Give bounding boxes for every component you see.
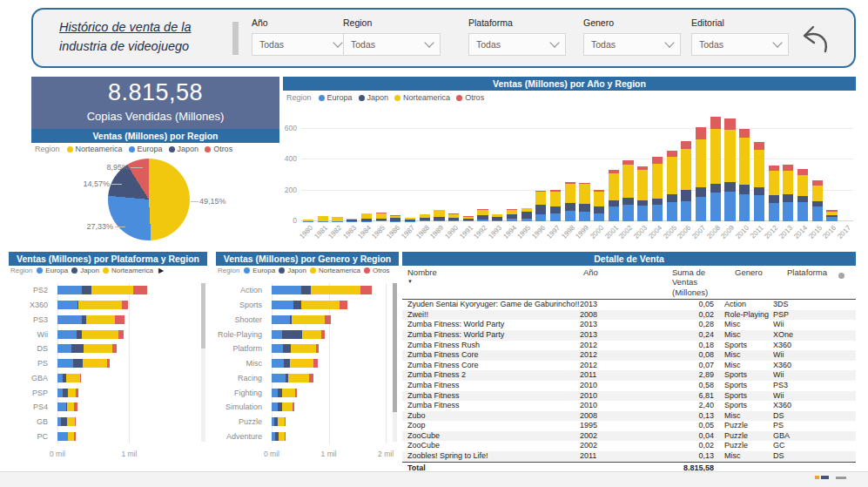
bar-segment-europa[interactable]	[57, 432, 68, 441]
bar-segment-norteamerica[interactable]	[301, 301, 340, 309]
table-row[interactable]: Zoobles! Spring to Life!20110,13MiscDS	[402, 451, 856, 462]
bar-segment-norteamerica[interactable]	[797, 175, 808, 195]
legend-item-japon[interactable]: Japon	[359, 93, 389, 102]
bar-segment-japon[interactable]	[594, 206, 604, 213]
bar-segment-japon[interactable]	[681, 190, 691, 201]
scrollbar-thumb[interactable]	[393, 283, 397, 412]
stacked-bar-1986[interactable]	[390, 113, 400, 221]
bar-segment-otros[interactable]	[75, 417, 76, 426]
table-row[interactable]: Zumba Fitness Core20120,07MiscX360	[402, 361, 856, 371]
stacked-bar-2015[interactable]	[812, 113, 823, 221]
bar-segment-europa[interactable]	[754, 195, 764, 221]
column-header-genero[interactable]: Genero	[735, 267, 787, 277]
bar-segment-japon[interactable]	[565, 203, 575, 211]
bar-segment-europa[interactable]	[507, 219, 517, 221]
bar-segment-japon[interactable]	[301, 286, 310, 294]
bar-segment-europa[interactable]	[521, 219, 532, 221]
stacked-bar-2008[interactable]	[710, 113, 721, 221]
bar-segment-otros[interactable]	[321, 330, 325, 339]
bar-segment-otros[interactable]	[783, 165, 793, 171]
stacked-bar-wii[interactable]	[57, 330, 196, 339]
legend-item-japon[interactable]: Japon	[279, 267, 306, 274]
stacked-bar-2002[interactable]	[622, 113, 633, 221]
bar-segment-otros[interactable]	[74, 432, 76, 441]
bar-segment-europa[interactable]	[272, 374, 286, 382]
bar-segment-europa[interactable]	[797, 202, 808, 221]
bar-segment-japon[interactable]	[622, 198, 633, 204]
bar-segment-europa[interactable]	[57, 315, 82, 324]
stacked-bar-ps[interactable]	[57, 359, 196, 368]
bar-segment-japon[interactable]	[282, 330, 302, 339]
bar-segment-otros[interactable]	[769, 166, 779, 172]
stacked-bar-ds[interactable]	[57, 344, 196, 353]
column-header-nombre[interactable]: Nombre▼	[407, 267, 583, 286]
plataforma-dropdown[interactable]: Todas	[468, 33, 566, 56]
bar-segment-japon[interactable]	[82, 286, 91, 294]
platform-chart-scrollbar[interactable]	[201, 283, 205, 442]
stacked-bar-1995[interactable]	[521, 113, 532, 221]
bar-segment-europa[interactable]	[783, 202, 793, 221]
bar-segment-otros[interactable]	[76, 389, 78, 397]
bar-segment-japon[interactable]	[61, 417, 67, 426]
bar-segment-europa[interactable]	[622, 205, 633, 221]
legend-item-europa[interactable]: Europa	[129, 145, 163, 153]
bar-segment-norteamerica[interactable]	[278, 417, 285, 426]
legend-item-otros[interactable]: Otros	[456, 93, 484, 102]
stacked-bar-racing[interactable]	[272, 374, 389, 382]
bar-segment-norteamerica[interactable]	[609, 173, 619, 200]
bar-segment-norteamerica[interactable]	[288, 374, 309, 382]
bar-segment-norteamerica[interactable]	[86, 315, 114, 324]
bar-segment-otros[interactable]	[797, 169, 808, 175]
bar-segment-europa[interactable]	[826, 217, 837, 221]
bar-segment-norteamerica[interactable]	[83, 359, 107, 368]
bar-segment-europa[interactable]	[57, 402, 66, 411]
stacked-bar-1993[interactable]	[492, 113, 502, 221]
bar-segment-europa[interactable]	[272, 286, 301, 294]
bar-segment-europa[interactable]	[57, 344, 71, 353]
bar-segment-europa[interactable]	[696, 197, 706, 221]
bar-segment-europa[interactable]	[710, 193, 721, 221]
bar-segment-japon[interactable]	[284, 359, 290, 368]
bar-segment-otros[interactable]	[696, 127, 706, 139]
bar-segment-europa[interactable]	[652, 205, 663, 221]
stacked-bar-ps2[interactable]	[57, 286, 196, 294]
bar-segment-otros[interactable]	[313, 359, 318, 368]
stacked-bar-2016[interactable]	[826, 113, 837, 221]
bar-segment-norteamerica[interactable]	[681, 149, 691, 190]
bar-segment-europa[interactable]	[272, 330, 282, 339]
table-row[interactable]: Zubo20080,13MiscDS	[402, 411, 856, 422]
bar-segment-norteamerica[interactable]	[812, 186, 823, 201]
bar-segment-europa[interactable]	[448, 220, 459, 221]
bar-segment-europa[interactable]	[739, 194, 750, 221]
genre-chart-scrollbar[interactable]	[393, 283, 397, 442]
bar-segment-japon[interactable]	[724, 182, 735, 192]
bar-segment-norteamerica[interactable]	[67, 402, 74, 411]
bar-segment-japon[interactable]	[73, 359, 84, 368]
bar-segment-japon[interactable]	[521, 212, 532, 219]
stacked-bar-1981[interactable]	[318, 113, 328, 221]
stacked-bar-2004[interactable]	[652, 113, 663, 221]
bar-segment-norteamerica[interactable]	[565, 184, 575, 204]
bar-segment-otros[interactable]	[325, 315, 331, 324]
table-row[interactable]: Zumba Fitness Core20120,08MiscWii	[402, 350, 856, 361]
stacked-bar-1999[interactable]	[579, 113, 589, 221]
legend-item-norteamerica[interactable]: Norteamerica	[67, 145, 123, 153]
bar-segment-otros[interactable]	[316, 344, 319, 353]
bar-segment-otros[interactable]	[295, 389, 297, 397]
stacked-bar-1998[interactable]	[565, 113, 575, 221]
bar-segment-norteamerica[interactable]	[68, 432, 75, 441]
bar-segment-japon[interactable]	[283, 344, 291, 353]
bar-segment-europa[interactable]	[376, 220, 387, 221]
bar-segment-norteamerica[interactable]	[550, 192, 561, 206]
bar-segment-norteamerica[interactable]	[282, 402, 293, 411]
stacked-bar-2010[interactable]	[739, 113, 750, 221]
stacked-bar-shooter[interactable]	[272, 315, 389, 324]
stacked-bar-2017[interactable]	[841, 113, 851, 221]
column-header-a-o[interactable]: Año	[583, 267, 672, 277]
bar-segment-otros[interactable]	[724, 118, 735, 130]
bar-segment-otros[interactable]	[667, 151, 677, 157]
bar-segment-norteamerica[interactable]	[637, 170, 648, 200]
stacked-bar-misc[interactable]	[272, 359, 389, 368]
bar-segment-otros[interactable]	[360, 286, 371, 294]
bar-segment-norteamerica[interactable]	[84, 344, 111, 353]
